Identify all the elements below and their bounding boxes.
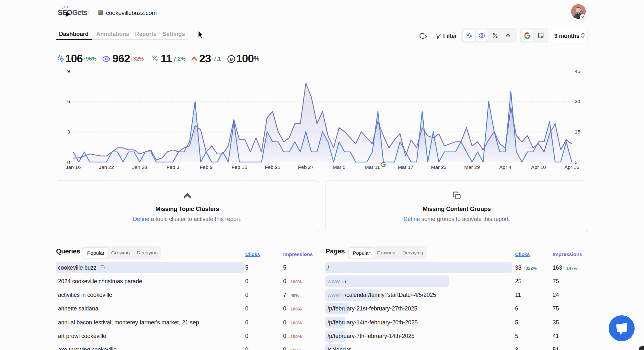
svg-text:0: 0 — [67, 159, 70, 165]
svg-text:Feb 9: Feb 9 — [200, 164, 213, 170]
svg-text:Jan 22: Jan 22 — [99, 164, 114, 170]
svg-text:Feb 27: Feb 27 — [298, 164, 314, 170]
svg-text:Feb 21: Feb 21 — [265, 164, 280, 170]
svg-text:Mar 11: Mar 11 — [365, 164, 380, 170]
svg-text:Apr 4: Apr 4 — [499, 164, 511, 170]
svg-text:Feb 15: Feb 15 — [232, 164, 247, 170]
svg-text:15: 15 — [575, 129, 580, 134]
svg-text:3: 3 — [67, 129, 70, 134]
svg-text:Mar 29: Mar 29 — [464, 164, 480, 170]
svg-text:0: 0 — [575, 159, 578, 165]
svg-text:Mar 5: Mar 5 — [333, 164, 346, 170]
svg-text:6: 6 — [67, 99, 70, 104]
svg-text:Apr 10: Apr 10 — [531, 164, 546, 170]
svg-text:45: 45 — [575, 68, 580, 74]
svg-text:Mar 17: Mar 17 — [398, 164, 413, 170]
svg-text:Jan 28: Jan 28 — [132, 164, 147, 170]
svg-text:9: 9 — [67, 68, 70, 74]
svg-text:1: 1 — [101, 266, 103, 269]
svg-text:Feb 3: Feb 3 — [167, 164, 179, 170]
svg-text:30: 30 — [575, 99, 581, 104]
svg-text:Jan 16: Jan 16 — [66, 164, 81, 170]
svg-text:Mar 23: Mar 23 — [431, 164, 446, 170]
svg-text:Apr 16: Apr 16 — [564, 164, 579, 170]
